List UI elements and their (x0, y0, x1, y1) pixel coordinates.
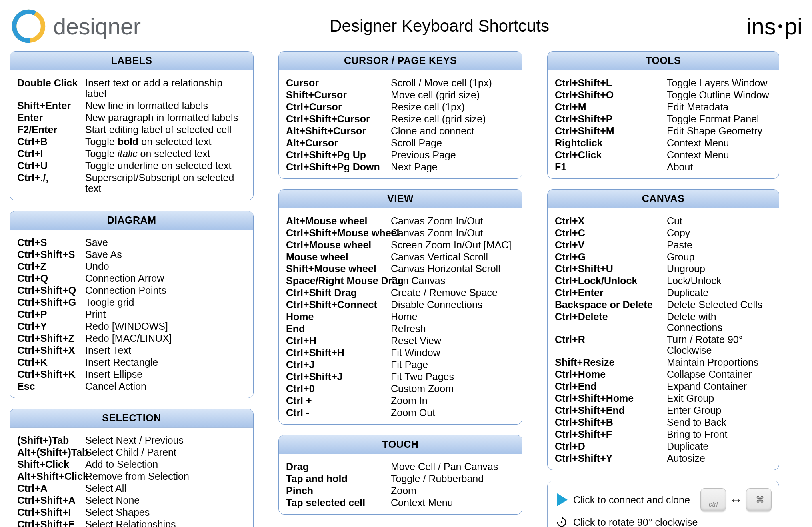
designer-wordmark: desiqner (53, 13, 140, 40)
panel-diagram: DIAGRAM Ctrl+SSaveCtrl+Shift+SSave AsCtr… (10, 211, 254, 398)
shortcut-key: Ctrl+Shift+K (17, 369, 85, 380)
shortcut-key: Ctrl+Shift+F (555, 429, 667, 440)
shortcut-key: Ctrl+./, (17, 172, 85, 194)
shortcut-row: RightclickContext Menu (555, 137, 772, 149)
shortcut-description: Insert text or add a relationship label (85, 78, 246, 99)
shortcut-row: Shift+ClickAdd to Selection (17, 458, 246, 470)
shortcut-key: Ctrl+Shift+H (286, 347, 391, 358)
shortcut-row: Space/Right Mouse DragPan Canvas (286, 275, 515, 287)
shortcut-description: Next Page (391, 162, 515, 172)
shortcut-row: Shift+Mouse wheelCanvas Horizontal Scrol… (286, 263, 515, 275)
shortcut-row: Ctrl+Shift+BSend to Back (555, 416, 772, 428)
shortcut-description: Delete Selected Cells (667, 299, 772, 310)
shortcut-row: Ctrl+Shift+MEdit Shape Geometry (555, 125, 772, 137)
shortcut-row: Ctrl+UToggle underline on selected text (17, 160, 246, 172)
shortcut-description: Create / Remove Space (391, 287, 515, 298)
shortcut-key: Ctrl+V (555, 240, 667, 250)
shortcut-description: Edit Metadata (667, 102, 772, 112)
shortcut-description: Add to Selection (85, 459, 246, 470)
shortcut-description: Expand Container (667, 381, 772, 392)
panel-diagram-title: DIAGRAM (10, 211, 253, 230)
shortcut-key: Alt+(Shift+)Tab (17, 447, 85, 458)
shortcut-key: Ctrl+Enter (555, 287, 667, 298)
shortcut-row: Ctrl+Shift+LToggle Layers Window (555, 77, 772, 89)
shortcut-description: Insert Ellipse (85, 369, 246, 380)
shortcut-row: Ctrl+BToggle bold on selected text (17, 136, 246, 148)
shortcut-key: Ctrl+Click (555, 150, 667, 160)
shortcut-description: Edit Shape Geometry (667, 126, 772, 136)
panel-view-body: Alt+Mouse wheelCanvas Zoom In/OutCtrl+Sh… (279, 208, 522, 424)
shortcut-key: Ctrl+Home (555, 369, 667, 380)
shortcut-key: Ctrl+0 (286, 383, 391, 394)
column-middle: CURSOR / PAGE KEYS CursorScroll / Move c… (278, 51, 522, 515)
shortcut-row: Ctrl -Zoom Out (286, 407, 515, 419)
hint-connect: Click to connect and clone ctrl ↔ ⌘ (555, 488, 772, 511)
shortcut-description: Canvas Zoom In/Out (391, 216, 515, 226)
shortcut-key: Cursor (286, 78, 391, 88)
shortcut-key: Rightclick (555, 138, 667, 148)
panel-touch-body: DragMove Cell / Pan CanvasTap and holdTo… (279, 454, 522, 514)
shortcut-row: Ctrl+ASelect All (17, 482, 246, 494)
shortcut-description: Select All (85, 483, 246, 494)
shortcut-row: Ctrl+Shift+ASelect None (17, 494, 246, 506)
shortcut-row: Ctrl+ClickContext Menu (555, 149, 772, 161)
shortcut-key: Ctrl+Shift+M (555, 126, 667, 136)
inspi-logo: inspi (746, 13, 802, 40)
shortcut-key: Tap selected cell (286, 497, 391, 508)
page-header: desiqner Designer Keyboard Shortcuts ins… (7, 8, 805, 44)
shortcut-key: Ctrl+Shift+Mouse wheel (286, 228, 391, 238)
shortcut-row: Ctrl+SSave (17, 236, 246, 248)
shortcut-key: Alt+Shift+Click (17, 471, 85, 482)
shortcut-description: New line in formatted labels (85, 100, 246, 111)
shortcut-row: Ctrl+./,Superscript/Subscript on selecte… (17, 172, 246, 194)
shortcut-row: Ctrl+Shift+ZRedo [MAC/LINUX] (17, 332, 246, 344)
shortcut-row: Ctrl+Shift+HFit Window (286, 347, 515, 359)
shortcut-key: Drag (286, 461, 391, 472)
shortcut-description: Reset View (391, 335, 515, 346)
panel-labels-body: Double ClickInsert text or add a relatio… (10, 70, 253, 200)
rotate-icon (556, 516, 568, 527)
shortcut-row: Ctrl+KInsert Rectangle (17, 356, 246, 368)
shortcut-description: Fit Two Pages (391, 371, 515, 382)
shortcut-key: Space/Right Mouse Drag (286, 275, 391, 286)
shortcut-description: Context Menu (391, 497, 515, 508)
shortcut-row: Shift+ResizeMaintain Proportions (555, 356, 772, 368)
shortcut-description: Paste (667, 240, 772, 250)
shortcut-row: Ctrl+Mouse wheelScreen Zoom In/Out [MAC] (286, 239, 515, 251)
shortcut-key: Double Click (17, 78, 85, 99)
panel-cursor-body: CursorScroll / Move cell (1px)Shift+Curs… (279, 70, 522, 178)
shortcut-row: Tap selected cellContext Menu (286, 497, 515, 509)
hint-connect-text: Click to connect and clone (573, 494, 695, 506)
shortcut-row: Shift+EnterNew line in formatted labels (17, 100, 246, 112)
shortcut-row: Ctrl+VPaste (555, 239, 772, 251)
shortcut-key: Esc (17, 381, 85, 392)
shortcut-key: Ctrl+Shift+P (555, 114, 667, 124)
shortcut-key: Home (286, 311, 391, 322)
shortcut-description: Context Menu (667, 150, 772, 160)
shortcut-row: Backspace or DeleteDelete Selected Cells (555, 299, 772, 311)
shortcut-row: Ctrl+JFit Page (286, 359, 515, 371)
panel-canvas-title: CANVAS (548, 190, 779, 208)
panel-tools: TOOLS Ctrl+Shift+LToggle Layers WindowCt… (547, 51, 779, 179)
hint-panel: Click to connect and clone ctrl ↔ ⌘ Clic… (547, 481, 779, 527)
panel-tools-title: TOOLS (548, 52, 779, 70)
shortcut-row: Ctrl+Shift+XInsert Text (17, 344, 246, 356)
shortcut-key: Ctrl+Y (17, 321, 85, 332)
shortcut-row: Ctrl+PPrint (17, 308, 246, 320)
shortcut-description: Exit Group (667, 393, 772, 404)
shortcut-row: Ctrl+Shift+KInsert Ellipse (17, 368, 246, 380)
shortcut-row: Ctrl+CursorResize cell (1px) (286, 101, 515, 113)
shortcut-description: Scroll Page (391, 138, 515, 148)
shortcut-key: Shift+Cursor (286, 90, 391, 100)
panel-canvas-body: Ctrl+XCutCtrl+CCopyCtrl+VPasteCtrl+GGrou… (548, 208, 779, 470)
shortcut-description: Send to Back (667, 417, 772, 428)
shortcut-key: Ctrl+Shift+I (17, 507, 85, 518)
shortcut-key: Ctrl+R (555, 334, 667, 356)
shortcut-key: Ctrl+G (555, 252, 667, 262)
shortcut-row: HomeHome (286, 311, 515, 323)
shortcut-key: Ctrl+D (555, 441, 667, 452)
shortcut-row: Ctrl+DeleteDelete with Connections (555, 311, 772, 333)
shortcut-row: Ctrl+0Custom Zoom (286, 383, 515, 395)
shortcut-row: Ctrl+Shift+Pg DownNext Page (286, 161, 515, 173)
shortcut-key: Ctrl+Shift+J (286, 371, 391, 382)
